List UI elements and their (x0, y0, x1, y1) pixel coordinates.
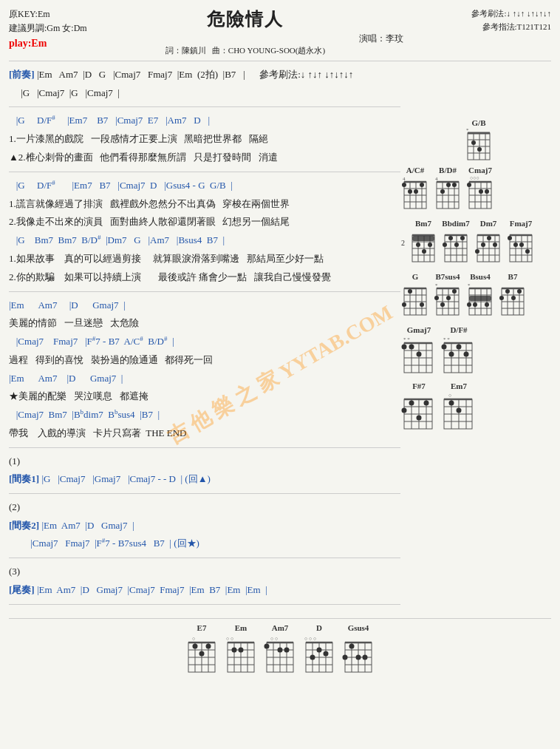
svg-point-9 (477, 147, 482, 152)
chord-am7-bottom-svg: ○ ○ (264, 632, 297, 675)
chord-bsus4-svg: * (466, 281, 494, 319)
chord-b7sus4-svg: * (434, 281, 462, 319)
il1-chord: [間奏1] |G |Cmaj7 |Gmaj7 |Cmaj7 - - D | (回… (9, 470, 400, 489)
chord-dm7-name: Dm7 (474, 219, 502, 228)
svg-point-248 (342, 654, 347, 660)
lyricist: 詞：陳鎮川 (165, 46, 206, 55)
divider-5 (9, 447, 400, 448)
svg-point-144 (517, 289, 522, 294)
performer: 演唱：李玟 (87, 33, 403, 45)
chord-ac-name: A/C# (401, 166, 429, 174)
chord-gmaj7: Gmaj7 * * (401, 325, 437, 376)
chord-b7-svg (499, 281, 527, 319)
divider-3 (9, 172, 400, 172)
composer: 曲：CHO YOUNG-SOO(趙永水) (212, 46, 325, 55)
chord-b7: B7 (499, 272, 527, 319)
svg-point-115 (434, 296, 439, 300)
svg-point-117 (446, 296, 451, 300)
cho-lyric4: 帶我 入戲的導演 卡片只寫著 THE END (9, 424, 400, 443)
chord-d-bottom-name: D (303, 623, 336, 632)
chord-gmaj7-name: Gmaj7 (401, 325, 437, 334)
svg-point-105 (408, 289, 412, 294)
svg-point-118 (452, 289, 457, 294)
svg-point-166 (449, 352, 454, 357)
v2-lyric3: 1.如果故事 真的可以經過剪接 就算眼淚滑落到嘴邊 那結局至少好一點 (9, 250, 400, 268)
outro-section: (3) [尾奏] |Em Am7 |D Gmaj7 |Cmaj7 Fmaj7 |… (9, 563, 400, 599)
svg-point-92 (508, 236, 512, 240)
cho-chord4: |Cmaj7 Bm7 |Bbdim7 Bbsus4 |B7 | (9, 406, 400, 424)
diag-row-3: G B7sus4 (401, 272, 556, 319)
diag-row-5: F#7 Em7 (401, 382, 556, 432)
svg-point-155 (417, 352, 422, 357)
chord-e7-bottom-svg: ○ (185, 632, 219, 675)
play-key: play:Em (9, 35, 87, 52)
interlude1-section: (1) [間奏1] |G |Cmaj7 |Gmaj7 |Cmaj7 - - D … (9, 453, 400, 489)
svg-text:○○○: ○○○ (470, 175, 479, 181)
svg-point-71 (460, 236, 465, 240)
svg-point-95 (525, 249, 530, 254)
svg-point-58 (422, 249, 426, 254)
chord-fmaj7-name: Fmaj7 (507, 219, 535, 228)
il2-chord1: [間奏2] |Em Am7 |D Gmaj7 | (9, 517, 400, 535)
svg-point-213 (231, 647, 236, 652)
svg-point-224 (264, 643, 269, 648)
chord-b7sus4: B7sus4 * (434, 272, 462, 319)
chord-b7sus4-name: B7sus4 (434, 272, 462, 281)
il1-label: (1) (9, 453, 400, 471)
chord-df: D/F# * * (441, 325, 477, 376)
chord-cmaj7-svg: ○○○ (466, 174, 494, 213)
svg-point-82 (487, 236, 491, 240)
svg-point-129 (467, 302, 471, 307)
v2-chord2: |G Bm7 Bm7 B/D# |Dm7 G |Am7 |Bsus4 B7 | (9, 231, 400, 250)
chord-bsus4: Bsus4 * (466, 272, 494, 319)
svg-point-93 (513, 243, 518, 247)
svg-point-165 (442, 345, 447, 350)
svg-point-251 (362, 654, 367, 660)
chord-em7: Em7 ○ (441, 382, 477, 432)
svg-text:*: * (435, 282, 438, 288)
il2-label: (2) (9, 498, 400, 517)
svg-text:○: ○ (448, 393, 451, 399)
chord-am7-bottom: Am7 ○ ○ (264, 623, 297, 675)
chord-fmaj7-svg (507, 228, 535, 266)
chord-f7-svg (401, 390, 437, 432)
svg-text:○ ○: ○ ○ (270, 636, 278, 642)
svg-point-225 (277, 647, 282, 652)
svg-point-179 (409, 401, 414, 406)
chord-cmaj7-name: Cmaj7 (466, 166, 494, 174)
cho-lyric3: ★美麗的配樂 哭泣嘆息 都遮掩 (9, 387, 400, 406)
svg-point-238 (323, 651, 328, 656)
repeat-2: 2 (401, 239, 405, 247)
svg-point-69 (448, 236, 453, 240)
divider-4 (9, 291, 400, 292)
chord-d-bottom-svg: ○ ○ ○ (303, 632, 336, 675)
svg-text:4: 4 (403, 176, 406, 182)
svg-text:* *: * * (403, 336, 410, 342)
chord-bsus4-name: Bsus4 (466, 272, 494, 281)
chord-bbdim7-svg (442, 228, 470, 266)
v1-lyric2: ▲2.椎心刺骨的畫面 他們看得那麼無所謂 只是打發時間 消遣 (9, 149, 400, 167)
svg-point-106 (420, 302, 424, 307)
v1-lyric1: 1.一片漆黑的戲院 一段感情才正要上演 黑暗把世界都 隔絕 (9, 130, 400, 149)
chord-bbdim7: Bbdim7 (442, 219, 470, 266)
chord-bm7: Bm7 (409, 219, 437, 266)
svg-text:○: ○ (192, 636, 195, 642)
chord-b7-name: B7 (499, 272, 527, 281)
svg-text:○ ○: ○ ○ (226, 636, 233, 642)
svg-point-237 (316, 647, 321, 652)
svg-point-191 (457, 408, 462, 413)
svg-point-180 (417, 416, 422, 421)
divider-8 (9, 604, 400, 605)
svg-point-226 (284, 647, 289, 652)
chord-e7-bottom-name: E7 (185, 623, 219, 632)
gb-row: G/B * (401, 118, 556, 163)
chord-bd-svg: 4 (434, 174, 462, 213)
chord-dm7-svg (474, 228, 502, 266)
title-center: 危險情人 演唱：李玟 詞：陳鎮川 曲：CHO YOUNG-SOO(趙永水) (87, 7, 403, 56)
chord-fmaj7: Fmaj7 (507, 219, 535, 266)
v2-lyric1: 1.謊言就像經過了排演 戲裡戲外忽然分不出真偽 穿梭在兩個世界 (9, 195, 400, 214)
svg-point-141 (499, 296, 504, 300)
svg-point-153 (402, 345, 407, 350)
song-title: 危險情人 (87, 7, 403, 31)
interlude2-section: (2) [間奏2] |Em Am7 |D Gmaj7 | |Cmaj7 Fmaj… (9, 498, 400, 553)
